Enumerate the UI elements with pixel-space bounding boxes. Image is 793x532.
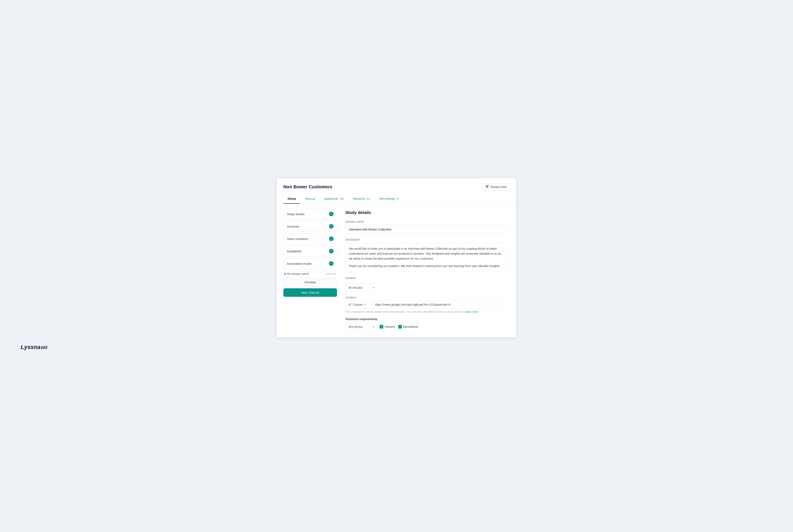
session-name-input[interactable]	[345, 225, 506, 234]
device-select-wrapper: Any device Desktop Mobile ▾	[345, 323, 376, 331]
location-inputs-row: 🔗 Custom ▾	[345, 301, 506, 308]
tabs-bar: Setup Recruit Applicants 15 Sessions 11 …	[277, 194, 516, 204]
brand-name-text: Lyssna	[21, 344, 41, 350]
main-card: Non Bower Customers 📅 Session limit Setu…	[277, 178, 516, 337]
calendar-icon: 📅	[485, 185, 489, 189]
camera-checkbox-label[interactable]: ✓ Camera	[380, 325, 395, 328]
recordings-badge: 0	[397, 197, 398, 200]
sessions-badge: 11	[367, 197, 370, 200]
location-type-select[interactable]: 🔗 Custom ▾	[345, 301, 370, 308]
study-details-content: Study details Session name Description W…	[342, 209, 510, 332]
microphone-checkbox-label[interactable]: ✓ Microphone	[398, 325, 418, 328]
description-para-1: We would like to invite you to participa…	[349, 246, 503, 261]
applicants-badge: 15	[340, 197, 344, 200]
duration-select-wrapper: 30 minutes 45 minutes 60 minutes 90 minu…	[345, 284, 376, 291]
tab-sessions[interactable]: Sessions 11	[348, 194, 374, 204]
sidebar-item-availability[interactable]: Availability ✓	[283, 246, 337, 256]
session-limit-button[interactable]: 📅 Session limit	[482, 183, 510, 191]
sidebar-item-screener[interactable]: Screener ✓	[283, 221, 337, 232]
tab-setup[interactable]: Setup	[283, 194, 300, 204]
check-icon-team-members: ✓	[329, 236, 333, 241]
camera-checkbox[interactable]: ✓	[380, 325, 383, 328]
check-icon-automated-emails: ✓	[329, 261, 333, 266]
device-select[interactable]: Any device Desktop Mobile	[345, 323, 376, 331]
sidebar-item-team-members[interactable]: Team members ✓	[283, 233, 337, 244]
location-type-label: Custom	[353, 303, 363, 306]
microphone-label: Microphone	[403, 325, 418, 328]
microphone-checkbox[interactable]: ✓	[398, 325, 402, 328]
tech-req-title: Technical requirements	[345, 318, 506, 321]
location-url-input[interactable]	[372, 301, 506, 308]
sidebar-item-study-details[interactable]: Study details ✓	[283, 209, 337, 219]
description-field[interactable]: We would like to invite you to participa…	[345, 243, 506, 272]
session-name-label: Session name	[345, 220, 506, 223]
check-icon-availability: ✓	[329, 249, 333, 253]
next-recruit-button[interactable]: Next: Recruit	[283, 288, 337, 297]
session-limit-label: Session limit	[490, 185, 507, 189]
learn-more-link[interactable]: Learn more.	[464, 310, 479, 313]
location-label: Location	[345, 296, 506, 299]
tab-applicants[interactable]: Applicants 15	[320, 194, 348, 204]
tech-req-row: Any device Desktop Mobile ▾ ✓ Camera ✓ M…	[345, 323, 506, 331]
status-dot	[284, 273, 286, 275]
check-icon-study-details: ✓	[329, 212, 333, 216]
duration-label: Duration	[345, 276, 506, 280]
page-title: Non Bower Customers	[283, 184, 332, 190]
brand-logo: Lyssnaℓℓℓ	[21, 344, 47, 350]
sidebar-item-automated-emails[interactable]: Automated emails ✓	[283, 258, 337, 269]
branding: Lyssnaℓℓℓ	[4, 337, 47, 354]
description-label: Description	[345, 238, 506, 241]
location-type-chevron-icon: ▾	[365, 303, 366, 306]
preview-button[interactable]: Preview	[283, 278, 337, 287]
save-status: All changes saved Just now	[283, 272, 337, 275]
card-body: Study details ✓ Screener ✓ Team members …	[277, 204, 516, 337]
sidebar: Study details ✓ Screener ✓ Team members …	[283, 209, 337, 332]
tab-recruit[interactable]: Recruit	[301, 194, 319, 204]
camera-label: Camera	[385, 325, 395, 328]
check-icon-screener: ✓	[329, 224, 333, 229]
brand-squiggle: ℓℓℓ	[41, 345, 47, 350]
description-para-2: Thank you for considering our invitation…	[349, 264, 503, 269]
study-details-title: Study details	[345, 210, 506, 215]
link-icon: 🔗	[348, 303, 351, 306]
card-header: Non Bower Customers 📅 Session limit	[277, 178, 516, 191]
status-label: All changes saved	[287, 272, 309, 275]
status-time: Just now	[326, 272, 336, 275]
tab-recordings[interactable]: Recordings 0	[375, 194, 403, 204]
duration-select[interactable]: 30 minutes 45 minutes 60 minutes 90 minu…	[345, 284, 376, 291]
location-note: This meeting link will be added to all n…	[345, 310, 506, 313]
